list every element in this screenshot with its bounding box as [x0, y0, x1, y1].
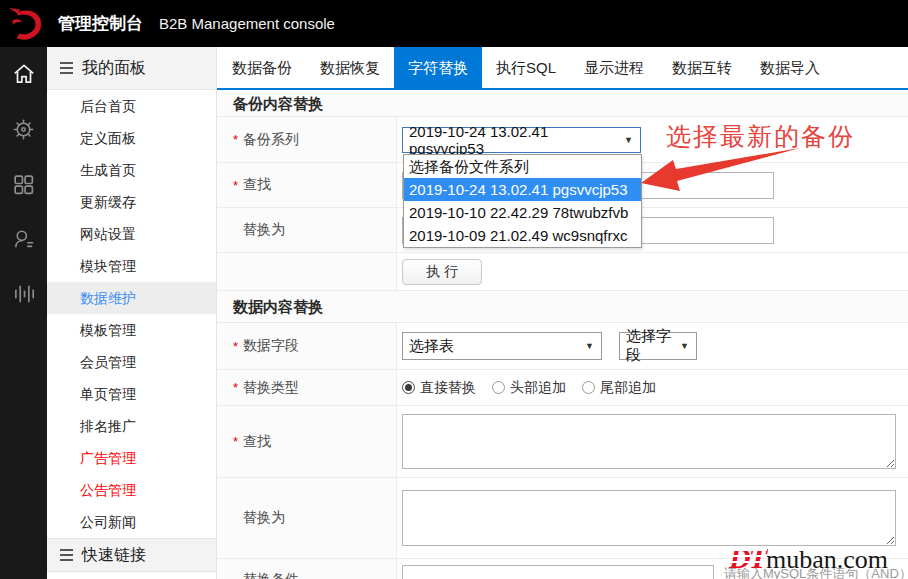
dropdown-option-selected[interactable]: 2019-10-24 13.02.41 pgsvvcjp53: [404, 178, 641, 201]
column-select[interactable]: 选择字段 ▼: [619, 332, 697, 360]
empty-label-cell: [217, 253, 397, 290]
execute-button[interactable]: 执 行: [402, 259, 482, 285]
backup-section-title: 备份内容替换: [217, 90, 908, 117]
data-field-row: * 数据字段 选择表 ▼ 选择字段 ▼: [217, 323, 908, 370]
condition-label: 替换条件: [217, 559, 397, 579]
required-asterisk: *: [233, 178, 238, 193]
data-section-title: 数据内容替换: [217, 291, 908, 323]
data-field-label: * 数据字段: [217, 323, 397, 369]
radio-tail-append[interactable]: 尾部追加: [582, 379, 656, 397]
backup-series-select[interactable]: 2019-10-24 13.02.41 pgsvvcjp53 ▼: [402, 127, 641, 153]
topbar: 管理控制台 B2B Management console: [0, 0, 908, 47]
sidebar-item-define-panel[interactable]: 定义面板: [47, 122, 216, 154]
sidebar-item-template-manage[interactable]: 模板管理: [47, 314, 216, 346]
sidebar-item-backend-home[interactable]: 后台首页: [47, 90, 216, 122]
sidebar-item-ad-manage[interactable]: 广告管理: [47, 442, 216, 474]
sidebar-item-page-manage[interactable]: 单页管理: [47, 378, 216, 410]
backup-replace-label: 替换为: [217, 208, 397, 252]
watermark: DT muban.com: [729, 541, 888, 575]
data-replace-label: 替换为: [217, 478, 397, 558]
annotation-text: 选择最新的备份: [666, 120, 855, 153]
chevron-down-icon: ▼: [680, 341, 689, 351]
sidebar-item-update-cache[interactable]: 更新缓存: [47, 186, 216, 218]
data-replace-textarea[interactable]: [402, 490, 896, 546]
tab-show-process[interactable]: 显示进程: [570, 47, 658, 88]
required-asterisk: *: [233, 132, 238, 147]
sidebar-item-announcement-manage[interactable]: 公告管理: [47, 474, 216, 506]
dropdown-option[interactable]: 2019-10-10 22.42.29 78twubzfvb: [404, 201, 641, 224]
required-asterisk: *: [233, 339, 238, 354]
tab-data-backup[interactable]: 数据备份: [218, 47, 306, 88]
required-asterisk: *: [233, 434, 238, 449]
home-icon[interactable]: [11, 61, 37, 87]
sidebar-quicklinks-header[interactable]: 快速链接: [47, 538, 216, 572]
tab-execute-sql[interactable]: 执行SQL: [482, 47, 570, 88]
equalizer-bars-icon[interactable]: [11, 281, 37, 307]
sidebar-item-ranking-promo[interactable]: 排名推广: [47, 410, 216, 442]
backup-find-label: * 查找: [217, 163, 397, 207]
backup-series-select-value: 2019-10-24 13.02.41 pgsvvcjp53: [409, 123, 616, 157]
sidebar-panel-header[interactable]: 我的面板: [47, 47, 216, 90]
table-select[interactable]: 选择表 ▼: [402, 332, 602, 360]
column-select-value: 选择字段: [626, 327, 672, 365]
sidebar: 我的面板 后台首页 定义面板 生成首页 更新缓存 网站设置 模块管理 数据维护 …: [47, 47, 217, 579]
icon-rail: [0, 47, 47, 579]
dropdown-option[interactable]: 2019-10-09 21.02.49 wc9snqfrxc: [404, 224, 641, 247]
backup-series-dropdown: 选择备份文件系列 2019-10-24 13.02.41 pgsvvcjp53 …: [403, 154, 642, 248]
apps-grid-icon[interactable]: [11, 171, 37, 197]
tab-bar: 数据备份 数据恢复 字符替换 执行SQL 显示进程 数据互转 数据导入: [217, 47, 908, 90]
radio-unchecked-icon: [492, 381, 505, 394]
tab-data-restore[interactable]: 数据恢复: [306, 47, 394, 88]
watermark-domain: muban.com: [766, 545, 888, 575]
radio-unchecked-icon: [582, 381, 595, 394]
radio-direct-replace[interactable]: 直接替换: [402, 379, 476, 397]
dragon-logo-icon: [0, 0, 52, 47]
replace-type-row: * 替换类型 直接替换 头部追加 尾部追加: [217, 370, 908, 406]
app-title: 管理控制台: [58, 12, 143, 35]
tab-data-import[interactable]: 数据导入: [746, 47, 834, 88]
data-find-textarea[interactable]: [402, 414, 896, 469]
app-subtitle: B2B Management console: [159, 15, 335, 32]
sidebar-item-site-settings[interactable]: 网站设置: [47, 218, 216, 250]
radio-head-append[interactable]: 头部追加: [492, 379, 566, 397]
tab-data-convert[interactable]: 数据互转: [658, 47, 746, 88]
sidebar-item-generate-home[interactable]: 生成首页: [47, 154, 216, 186]
data-find-label: * 查找: [217, 406, 397, 477]
user-list-icon[interactable]: [11, 226, 37, 252]
quicklinks-header-label: 快速链接: [82, 545, 146, 566]
chevron-down-icon: ▼: [585, 341, 594, 351]
radio-checked-icon: [402, 381, 415, 394]
panel-header-label: 我的面板: [82, 58, 146, 79]
backup-series-label: * 备份系列: [217, 117, 397, 162]
menu-lines-icon: [60, 549, 73, 561]
backup-execute-row: 执 行: [217, 253, 908, 291]
sidebar-item-company-news[interactable]: 公司新闻: [47, 506, 216, 538]
replace-type-radio-group: 直接替换 头部追加 尾部追加: [402, 379, 656, 397]
sidebar-item-data-maintenance[interactable]: 数据维护: [47, 282, 216, 314]
replace-type-label: * 替换类型: [217, 370, 397, 405]
gear-icon[interactable]: [11, 116, 37, 142]
required-asterisk: *: [233, 380, 238, 395]
data-find-row: * 查找: [217, 406, 908, 478]
watermark-dt-logo: DT: [729, 541, 765, 575]
dropdown-option[interactable]: 选择备份文件系列: [404, 155, 641, 178]
chevron-down-icon: ▼: [624, 135, 633, 145]
main-content: 数据备份 数据恢复 字符替换 执行SQL 显示进程 数据互转 数据导入 备份内容…: [217, 47, 908, 579]
menu-lines-icon: [60, 62, 73, 74]
sidebar-item-module-manage[interactable]: 模块管理: [47, 250, 216, 282]
condition-input[interactable]: [402, 565, 714, 579]
table-select-value: 选择表: [409, 337, 454, 356]
sidebar-item-member-manage[interactable]: 会员管理: [47, 346, 216, 378]
tab-char-replace[interactable]: 字符替换: [394, 47, 482, 88]
